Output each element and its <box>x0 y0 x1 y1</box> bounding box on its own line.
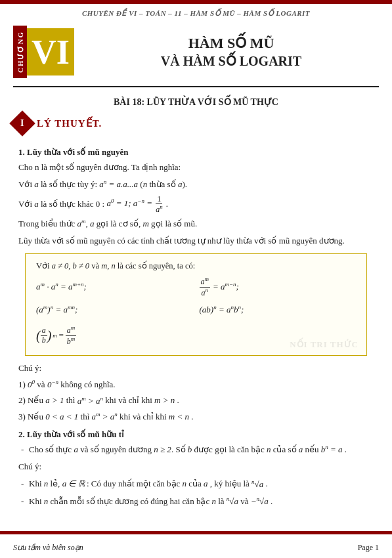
chapter-roman: VI <box>27 28 74 75</box>
note-1: 1) 00 và 0−n không có nghĩa. <box>18 377 374 392</box>
para1: Cho n là một số nguyên dương. Ta định ng… <box>18 160 374 175</box>
note-2: 2) Nếu a > 1 thì am > an khi và chỉ khi … <box>18 393 374 408</box>
chapter-label: CHƯƠNG <box>13 26 27 78</box>
subsection2-para1: Cho số thực a và số nguyên dương n ≥ 2. … <box>18 442 374 457</box>
formula-3-left: ( ab ) m = ambm <box>36 322 193 349</box>
math-box-condition: Với a ≠ 0, b ≠ 0 và m, n là các số nguyê… <box>36 261 356 271</box>
content-area: 1. Lũy thừa với số mũ nguyên Cho n là mộ… <box>0 139 392 514</box>
section-diamond: I <box>9 110 35 137</box>
lesson-title: BÀI 18: LŨY THỪA VỚI SỐ MŨ THỰC <box>0 90 392 112</box>
para5: Lũy thừa với số mũ nguyên có các tính ch… <box>18 234 374 248</box>
chapter-title-line1: HÀM SỐ MŨ <box>83 34 379 53</box>
notes1: Chú ý: 1) 00 và 0−n không có nghĩa. 2) N… <box>18 361 374 424</box>
watermark: NỐI TRI THỨC <box>290 339 359 350</box>
formula-2-left: (am)n = amn; <box>36 301 193 318</box>
divider <box>13 86 379 87</box>
section-title: LÝ THUYẾT. <box>37 118 102 129</box>
formula-1-right: aman = am−n; <box>200 276 357 297</box>
footer: Sưu tầm và biên soạn Page 1 <box>0 543 392 553</box>
chu-y-header: Chú ý: <box>18 460 374 474</box>
footer-collector: Sưu tầm và biên soạn <box>13 543 83 553</box>
subsection1-title: 1. Lũy thừa với số mũ nguyên <box>18 147 374 158</box>
para2: Với a là số thực tùy ý: an = a.a...a (n … <box>18 177 374 192</box>
page-wrapper: CHUYÊN ĐỀ VI – TOÁN – 11 – HÀM SỐ MŨ – H… <box>0 0 392 558</box>
chapter-block: CHƯƠNG VI HÀM SỐ MŨ VÀ HÀM SỐ LOGARIT <box>0 20 392 83</box>
subsection2-note1: Khi n lẻ, a ∈ ℝ : Có duy nhất một căn bậ… <box>18 477 374 491</box>
footer-bar <box>0 531 392 534</box>
subsection2-title: 2. Lũy thừa với số mũ hữu tỉ <box>18 429 374 440</box>
para3: Với a là số thực khác 0 : a0 = 1; a−n = … <box>18 195 374 214</box>
chapter-title: HÀM SỐ MŨ VÀ HÀM SỐ LOGARIT <box>83 34 379 70</box>
formula-2-right: (ab)n = anbn; <box>200 301 357 318</box>
math-box: Với a ≠ 0, b ≠ 0 và m, n là các số nguyê… <box>25 253 367 356</box>
subsection2-note2: Khi n chẵn mỗi số thực dương có đúng hai… <box>18 494 374 509</box>
section1-header: I LÝ THUYẾT. <box>0 112 392 135</box>
math-formulas: am · an = am+n; aman = am−n; (am)n = amn… <box>36 276 356 349</box>
section-label: I <box>20 118 24 129</box>
note-header: Chú ý: <box>18 361 374 375</box>
note-3: 3) Nếu 0 < a < 1 thì am > an khi và chỉ … <box>18 410 374 424</box>
para4: Trong biểu thức am, a gọi là cơ số, m gọ… <box>18 217 374 231</box>
header-subtitle: CHUYÊN ĐỀ VI – TOÁN – 11 – HÀM SỐ MŨ – H… <box>0 4 392 20</box>
chapter-title-line2: VÀ HÀM SỐ LOGARIT <box>83 53 379 70</box>
page-number: Page 1 <box>358 543 379 553</box>
formula-1-left: am · an = am+n; <box>36 276 193 297</box>
